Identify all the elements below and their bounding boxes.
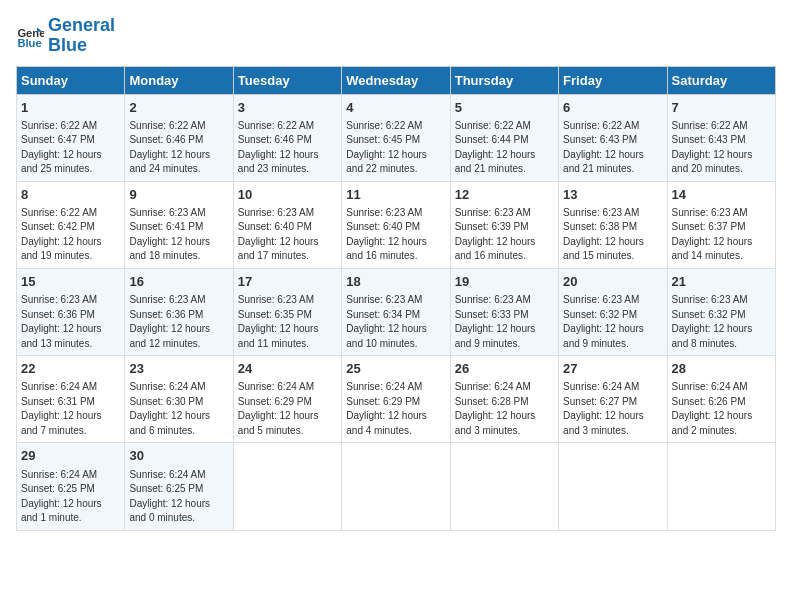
cell-info: Sunrise: 6:22 AMSunset: 6:44 PMDaylight:… [455,119,554,177]
calendar-cell: 30Sunrise: 6:24 AMSunset: 6:25 PMDayligh… [125,443,233,530]
cell-info: Sunrise: 6:24 AMSunset: 6:27 PMDaylight:… [563,380,662,438]
day-number: 3 [238,99,337,117]
calendar-week-row: 15Sunrise: 6:23 AMSunset: 6:36 PMDayligh… [17,268,776,355]
calendar-header-row: SundayMondayTuesdayWednesdayThursdayFrid… [17,66,776,94]
cell-info: Sunrise: 6:22 AMSunset: 6:43 PMDaylight:… [563,119,662,177]
calendar-week-row: 22Sunrise: 6:24 AMSunset: 6:31 PMDayligh… [17,356,776,443]
cell-info: Sunrise: 6:23 AMSunset: 6:36 PMDaylight:… [129,293,228,351]
cell-info: Sunrise: 6:22 AMSunset: 6:46 PMDaylight:… [238,119,337,177]
col-header-thursday: Thursday [450,66,558,94]
cell-info: Sunrise: 6:23 AMSunset: 6:32 PMDaylight:… [672,293,771,351]
day-number: 2 [129,99,228,117]
calendar-cell: 4Sunrise: 6:22 AMSunset: 6:45 PMDaylight… [342,94,450,181]
logo-text: GeneralBlue [48,16,115,56]
cell-info: Sunrise: 6:23 AMSunset: 6:40 PMDaylight:… [238,206,337,264]
logo: General Blue GeneralBlue [16,16,115,56]
col-header-monday: Monday [125,66,233,94]
day-number: 24 [238,360,337,378]
svg-text:Blue: Blue [17,37,41,49]
cell-info: Sunrise: 6:23 AMSunset: 6:35 PMDaylight:… [238,293,337,351]
day-number: 22 [21,360,120,378]
calendar-cell: 5Sunrise: 6:22 AMSunset: 6:44 PMDaylight… [450,94,558,181]
day-number: 7 [672,99,771,117]
calendar-cell: 17Sunrise: 6:23 AMSunset: 6:35 PMDayligh… [233,268,341,355]
calendar-cell: 12Sunrise: 6:23 AMSunset: 6:39 PMDayligh… [450,181,558,268]
cell-info: Sunrise: 6:23 AMSunset: 6:38 PMDaylight:… [563,206,662,264]
day-number: 21 [672,273,771,291]
cell-info: Sunrise: 6:23 AMSunset: 6:40 PMDaylight:… [346,206,445,264]
calendar-cell [559,443,667,530]
calendar-cell [667,443,775,530]
day-number: 23 [129,360,228,378]
day-number: 9 [129,186,228,204]
cell-info: Sunrise: 6:22 AMSunset: 6:43 PMDaylight:… [672,119,771,177]
cell-info: Sunrise: 6:24 AMSunset: 6:28 PMDaylight:… [455,380,554,438]
cell-info: Sunrise: 6:23 AMSunset: 6:33 PMDaylight:… [455,293,554,351]
cell-info: Sunrise: 6:22 AMSunset: 6:46 PMDaylight:… [129,119,228,177]
calendar-cell: 21Sunrise: 6:23 AMSunset: 6:32 PMDayligh… [667,268,775,355]
calendar-cell: 1Sunrise: 6:22 AMSunset: 6:47 PMDaylight… [17,94,125,181]
day-number: 10 [238,186,337,204]
cell-info: Sunrise: 6:23 AMSunset: 6:32 PMDaylight:… [563,293,662,351]
day-number: 28 [672,360,771,378]
calendar-cell: 20Sunrise: 6:23 AMSunset: 6:32 PMDayligh… [559,268,667,355]
calendar-cell: 15Sunrise: 6:23 AMSunset: 6:36 PMDayligh… [17,268,125,355]
col-header-wednesday: Wednesday [342,66,450,94]
calendar-cell: 28Sunrise: 6:24 AMSunset: 6:26 PMDayligh… [667,356,775,443]
cell-info: Sunrise: 6:22 AMSunset: 6:47 PMDaylight:… [21,119,120,177]
calendar-week-row: 1Sunrise: 6:22 AMSunset: 6:47 PMDaylight… [17,94,776,181]
day-number: 6 [563,99,662,117]
calendar-cell: 11Sunrise: 6:23 AMSunset: 6:40 PMDayligh… [342,181,450,268]
day-number: 13 [563,186,662,204]
day-number: 18 [346,273,445,291]
calendar-cell: 2Sunrise: 6:22 AMSunset: 6:46 PMDaylight… [125,94,233,181]
col-header-sunday: Sunday [17,66,125,94]
calendar-cell [342,443,450,530]
day-number: 5 [455,99,554,117]
day-number: 29 [21,447,120,465]
calendar-cell: 10Sunrise: 6:23 AMSunset: 6:40 PMDayligh… [233,181,341,268]
calendar-cell [450,443,558,530]
day-number: 8 [21,186,120,204]
cell-info: Sunrise: 6:24 AMSunset: 6:29 PMDaylight:… [346,380,445,438]
calendar-cell: 13Sunrise: 6:23 AMSunset: 6:38 PMDayligh… [559,181,667,268]
day-number: 11 [346,186,445,204]
calendar-cell: 24Sunrise: 6:24 AMSunset: 6:29 PMDayligh… [233,356,341,443]
calendar-cell: 19Sunrise: 6:23 AMSunset: 6:33 PMDayligh… [450,268,558,355]
calendar-cell: 23Sunrise: 6:24 AMSunset: 6:30 PMDayligh… [125,356,233,443]
calendar-cell [233,443,341,530]
day-number: 20 [563,273,662,291]
logo-icon: General Blue [16,22,44,50]
day-number: 15 [21,273,120,291]
cell-info: Sunrise: 6:24 AMSunset: 6:29 PMDaylight:… [238,380,337,438]
day-number: 19 [455,273,554,291]
day-number: 12 [455,186,554,204]
calendar-cell: 29Sunrise: 6:24 AMSunset: 6:25 PMDayligh… [17,443,125,530]
calendar-cell: 14Sunrise: 6:23 AMSunset: 6:37 PMDayligh… [667,181,775,268]
calendar-cell: 26Sunrise: 6:24 AMSunset: 6:28 PMDayligh… [450,356,558,443]
page-header: General Blue GeneralBlue [16,16,776,56]
day-number: 14 [672,186,771,204]
calendar-body: 1Sunrise: 6:22 AMSunset: 6:47 PMDaylight… [17,94,776,530]
calendar-cell: 8Sunrise: 6:22 AMSunset: 6:42 PMDaylight… [17,181,125,268]
cell-info: Sunrise: 6:24 AMSunset: 6:25 PMDaylight:… [21,468,120,526]
cell-info: Sunrise: 6:22 AMSunset: 6:42 PMDaylight:… [21,206,120,264]
col-header-friday: Friday [559,66,667,94]
cell-info: Sunrise: 6:23 AMSunset: 6:34 PMDaylight:… [346,293,445,351]
cell-info: Sunrise: 6:24 AMSunset: 6:31 PMDaylight:… [21,380,120,438]
calendar-cell: 18Sunrise: 6:23 AMSunset: 6:34 PMDayligh… [342,268,450,355]
col-header-saturday: Saturday [667,66,775,94]
calendar-cell: 25Sunrise: 6:24 AMSunset: 6:29 PMDayligh… [342,356,450,443]
col-header-tuesday: Tuesday [233,66,341,94]
calendar-cell: 16Sunrise: 6:23 AMSunset: 6:36 PMDayligh… [125,268,233,355]
cell-info: Sunrise: 6:24 AMSunset: 6:25 PMDaylight:… [129,468,228,526]
day-number: 27 [563,360,662,378]
cell-info: Sunrise: 6:23 AMSunset: 6:39 PMDaylight:… [455,206,554,264]
cell-info: Sunrise: 6:24 AMSunset: 6:30 PMDaylight:… [129,380,228,438]
calendar-cell: 22Sunrise: 6:24 AMSunset: 6:31 PMDayligh… [17,356,125,443]
calendar-cell: 6Sunrise: 6:22 AMSunset: 6:43 PMDaylight… [559,94,667,181]
cell-info: Sunrise: 6:23 AMSunset: 6:36 PMDaylight:… [21,293,120,351]
calendar-week-row: 29Sunrise: 6:24 AMSunset: 6:25 PMDayligh… [17,443,776,530]
calendar-table: SundayMondayTuesdayWednesdayThursdayFrid… [16,66,776,531]
cell-info: Sunrise: 6:23 AMSunset: 6:37 PMDaylight:… [672,206,771,264]
